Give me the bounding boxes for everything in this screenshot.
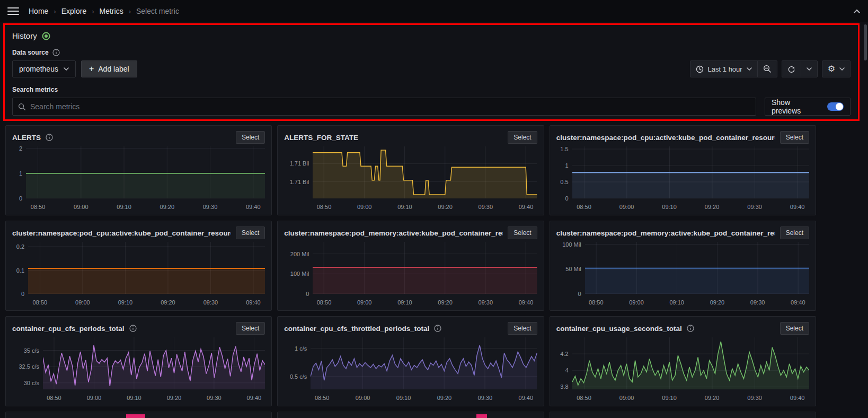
info-icon — [46, 134, 53, 141]
select-button[interactable]: Select — [780, 227, 809, 239]
x-tick-label: 09:40 — [246, 204, 261, 210]
metric-select-panel: History Data source prometheus + Add lab… — [3, 23, 860, 121]
select-button[interactable]: Select — [780, 131, 809, 144]
y-tick-label: 0 — [306, 291, 309, 297]
data-source-picker[interactable]: prometheus — [12, 60, 76, 77]
metric-card: container_cpu_usage_seconds_total Select… — [550, 316, 816, 406]
chevron-up-icon[interactable] — [853, 9, 861, 14]
plot — [43, 337, 265, 392]
y-tick-label: 0.2 — [16, 243, 24, 250]
chart-peek-marker — [476, 414, 487, 418]
show-previews-control: Show previews — [765, 98, 851, 116]
y-axis: 35 c/s32.5 c/s30 c/s — [12, 337, 43, 389]
plot — [313, 146, 537, 201]
x-tick-label: 09:10 — [669, 299, 684, 306]
breadcrumb-item-home[interactable]: Home — [29, 7, 48, 15]
vertical-scrollbar[interactable] — [864, 24, 867, 60]
x-axis: 08:5009:0009:1009:2009:3009:40 — [311, 393, 537, 403]
y-tick-label: 100 Mil — [290, 271, 309, 277]
metric-title: cluster:namespace:pod_memory:active:kube… — [556, 229, 775, 237]
show-previews-label: Show previews — [772, 98, 821, 115]
x-tick-label: 09:00 — [619, 395, 634, 401]
breadcrumb-separator: › — [92, 7, 94, 15]
x-tick-label: 08:50 — [317, 204, 332, 210]
x-tick-label: 09:00 — [74, 204, 88, 210]
top-nav-bar: Home›Explore›Metrics›Select metric — [0, 0, 868, 22]
plot — [311, 337, 537, 392]
y-tick-label: 0 — [578, 291, 581, 297]
x-tick-label: 09:10 — [127, 395, 141, 401]
metric-preview-chart: 100 Mil50 Mil0 08:5009:0009:1009:2009:30… — [556, 242, 809, 307]
metric-title: cluster:namespace:pod_cpu:active:kube_po… — [556, 134, 775, 142]
x-tick-label: 09:10 — [397, 204, 412, 210]
select-button[interactable]: Select — [236, 227, 265, 239]
metric-card: container_cpu_cfs_periods_total Select 3… — [5, 316, 272, 406]
x-tick-label: 09:20 — [710, 299, 725, 306]
x-axis: 08:5009:0009:1009:2009:3009:40 — [43, 393, 265, 403]
x-tick-label: 09:00 — [357, 299, 372, 306]
x-tick-label: 09:40 — [247, 395, 262, 401]
time-range-picker[interactable]: Last 1 hour — [690, 61, 757, 77]
y-tick-label: 3.8 — [560, 384, 568, 390]
x-tick-label: 08:50 — [317, 299, 332, 306]
x-tick-label: 08:50 — [47, 395, 61, 401]
select-button[interactable]: Select — [780, 322, 809, 335]
x-tick-label: 09:40 — [519, 395, 534, 401]
y-axis: 1 c/s0.5 c/s — [284, 337, 311, 389]
settings-button[interactable]: ⚙ — [822, 61, 850, 77]
x-tick-label: 09:10 — [662, 395, 677, 401]
x-tick-label: 09:20 — [167, 395, 182, 401]
time-toolbar: Last 1 hour — [690, 60, 851, 77]
refresh-interval-dropdown[interactable] — [801, 61, 817, 77]
add-label-button[interactable]: + Add label — [81, 60, 137, 77]
breadcrumb-item-metrics[interactable]: Metrics — [100, 7, 123, 15]
y-tick-label: 0 — [21, 291, 24, 297]
y-tick-label: 30 c/s — [24, 380, 39, 386]
y-axis: 1.510.50 — [556, 146, 572, 198]
search-icon — [18, 103, 26, 111]
x-tick-label: 09:20 — [160, 204, 175, 210]
refresh-button[interactable] — [782, 61, 801, 77]
select-button[interactable]: Select — [508, 227, 537, 239]
breadcrumb-item-explore[interactable]: Explore — [61, 7, 86, 15]
x-tick-label: 09:00 — [87, 395, 102, 401]
zoom-out-icon — [763, 65, 772, 73]
select-button[interactable]: Select — [236, 322, 265, 335]
info-icon — [129, 325, 137, 332]
x-tick-label: 09:30 — [207, 395, 222, 401]
y-axis: 210 — [12, 146, 26, 198]
breadcrumb-separator: › — [129, 7, 131, 15]
hamburger-menu-icon[interactable] — [7, 7, 19, 15]
x-axis: 08:5009:0009:1009:2009:3009:40 — [313, 298, 537, 307]
x-tick-label: 09:40 — [519, 299, 534, 306]
y-tick-label: 0 — [19, 195, 22, 202]
metric-preview-chart: 200 Mil100 Mil0 08:5009:0009:1009:2009:3… — [284, 242, 537, 307]
x-axis: 08:5009:0009:1009:2009:3009:40 — [313, 202, 537, 212]
y-tick-label: 0.1 — [16, 267, 24, 274]
x-tick-label: 09:30 — [479, 299, 493, 306]
y-tick-label: 1 — [19, 170, 22, 177]
x-axis: 08:5009:0009:1009:2009:3009:40 — [28, 298, 265, 307]
chevron-down-icon — [64, 67, 69, 71]
metric-card: cluster:namespace:pod_memory:active:kube… — [277, 221, 544, 311]
x-tick-label: 09:20 — [705, 395, 720, 401]
y-axis: 4.243.8 — [556, 337, 572, 389]
metric-card-partial — [277, 412, 544, 418]
plot — [28, 242, 265, 297]
refresh-icon — [787, 65, 795, 73]
metric-card: container_cpu_cfs_throttled_periods_tota… — [277, 316, 544, 406]
x-tick-label: 09:10 — [117, 204, 131, 210]
metric-card: cluster:namespace:pod_cpu:active:kube_po… — [550, 125, 816, 215]
show-previews-toggle[interactable] — [827, 102, 844, 111]
x-tick-label: 09:10 — [662, 204, 677, 210]
breadcrumb: Home›Explore›Metrics›Select metric — [29, 7, 179, 15]
select-button[interactable]: Select — [508, 322, 537, 335]
zoom-out-button[interactable] — [757, 61, 777, 77]
y-tick-label: 4.2 — [560, 351, 568, 357]
metric-card-partial — [5, 412, 272, 418]
plot — [572, 337, 809, 392]
x-tick-label: 09:00 — [619, 204, 634, 210]
select-button[interactable]: Select — [508, 131, 537, 144]
select-button[interactable]: Select — [236, 131, 265, 144]
search-metrics-input[interactable] — [30, 102, 750, 111]
